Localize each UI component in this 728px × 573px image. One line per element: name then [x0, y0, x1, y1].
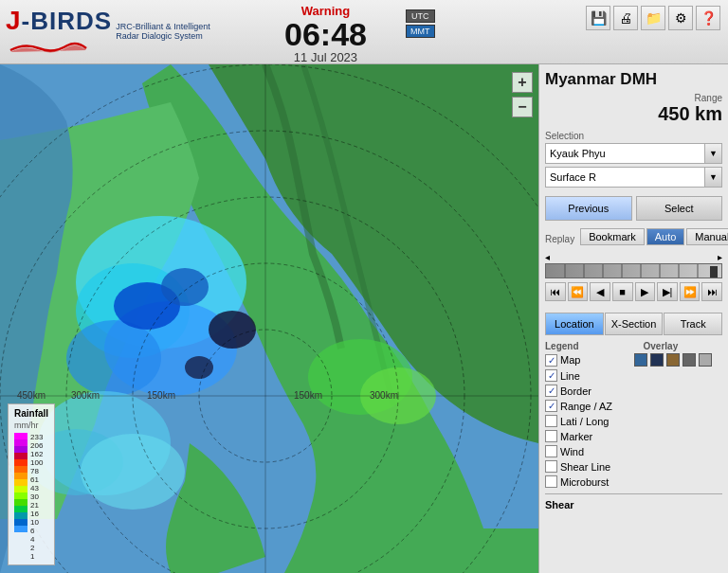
logo-subtitle-1: JRC-Brilliant & Intelligent [116, 22, 210, 31]
zoom-out-button[interactable]: − [512, 97, 533, 117]
svg-text:150km: 150km [147, 390, 175, 401]
play-button[interactable]: ▶ [635, 282, 656, 301]
print-button[interactable]: 🖨 [613, 6, 638, 30]
station-name: Myanmar DMH [545, 70, 722, 89]
rewind-all-button[interactable]: ⏮ [545, 282, 566, 301]
overlay-row-microburst: Microburst [545, 475, 722, 488]
utc-button[interactable]: UTC [406, 9, 435, 23]
da-tabs: Location X-Section Track [545, 313, 722, 335]
toolbar: 💾 🖨 📁 ⚙ ❓ [586, 6, 720, 30]
overlay-row-border: ✓ Border [545, 385, 722, 397]
swatch-map-5[interactable] [699, 353, 712, 367]
checkbox-lati-long[interactable] [545, 415, 557, 427]
selection-input-1[interactable] [545, 143, 705, 164]
overlay-col-header: Overlay [644, 341, 723, 351]
bookmark-button[interactable]: Bookmark [580, 228, 645, 245]
radar-rings-svg: 450km 300km 150km 150km 300km [0, 64, 538, 573]
overlay-section: Legend Overlay ✓ Map [545, 341, 722, 567]
logo-area: J-BIRDS JRC-Brilliant & Intelligent Rada… [6, 6, 271, 58]
selection-label: Selection [545, 131, 722, 141]
help-button[interactable]: ❓ [696, 6, 720, 30]
overlay-headers: Legend Overlay [545, 341, 722, 351]
step-fwd-button[interactable]: ▶| [657, 282, 678, 301]
checkbox-line[interactable]: ✓ [545, 369, 557, 382]
overlay-row-marker: Marker [545, 430, 722, 442]
label-border: Border [560, 385, 592, 397]
playback-controls: ⏮ ⏪ ◀ ■ ▶ ▶| ⏩ ⏭ [545, 282, 722, 301]
previous-button[interactable]: Previous [545, 196, 632, 221]
legend-area: Rainfall mm/hr [8, 403, 55, 565]
label-wind: Wind [560, 446, 584, 457]
data-assistance: Location X-Section Track [545, 313, 722, 335]
replay-label: Replay [545, 234, 574, 244]
selection-input-2[interactable] [545, 167, 705, 188]
auto-button[interactable]: Auto [646, 228, 685, 245]
time-display: 06:48 [284, 18, 367, 50]
fwd-all-button[interactable]: ⏭ [701, 282, 722, 301]
overlay-row-range-az: ✓ Range / AZ [545, 400, 722, 412]
folder-button[interactable]: 📁 [641, 6, 665, 30]
range-label: Range [695, 93, 722, 103]
timeline-ticks [546, 264, 722, 278]
logo-bird-icon [6, 41, 91, 58]
overlay-row-lati-long: Lati / Long [545, 415, 722, 427]
replay-buttons: Bookmark Auto Manual [580, 228, 728, 245]
tab-x-section[interactable]: X-Section [605, 313, 664, 335]
nav-buttons: Previous Select [545, 196, 722, 221]
replay-section: Replay Bookmark Auto Manual ◂ ▸ [545, 228, 722, 307]
checkbox-border[interactable]: ✓ [545, 385, 557, 397]
rewind-button[interactable]: ⏪ [568, 282, 589, 301]
legend-values: 233 206 162 100 78 61 43 30 21 16 10 6 4… [27, 433, 43, 561]
overlay-row-shear-line: Shear Line [545, 460, 722, 473]
checkbox-range-az[interactable]: ✓ [545, 400, 557, 412]
fast-fwd-button[interactable]: ⏩ [680, 282, 701, 301]
label-marker: Marker [560, 431, 592, 442]
legend-bars: 233 206 162 100 78 61 43 30 21 16 10 6 4… [14, 433, 48, 561]
zoom-in-button[interactable]: + [512, 72, 533, 93]
swatch-map-3[interactable] [666, 353, 680, 367]
mmt-button[interactable]: MMT [406, 25, 435, 38]
settings-button[interactable]: ⚙ [668, 6, 693, 30]
svg-text:450km: 450km [17, 390, 46, 401]
stop-button[interactable]: ■ [612, 282, 633, 301]
time-area: Warning 06:48 11 Jul 2023 [284, 4, 367, 64]
selection-dropdown-2[interactable]: ▼ [705, 167, 722, 188]
label-line: Line [560, 370, 580, 382]
overlay-row-wind: Wind [545, 445, 722, 457]
app-logo-title: J-BIRDS [6, 6, 112, 36]
label-lati-long: Lati / Long [560, 416, 609, 427]
utc-mmt-area: UTC MMT [406, 9, 435, 40]
color-bar [14, 433, 27, 561]
checkbox-shear-line[interactable] [545, 460, 557, 473]
manual-button[interactable]: Manual [686, 228, 728, 245]
checkbox-wind[interactable] [545, 445, 557, 457]
label-map: Map [560, 354, 580, 366]
overlay-row-map: ✓ Map [545, 353, 722, 367]
selection-group: Selection ▼ ▼ [545, 131, 722, 190]
legend-title: Rainfall [14, 408, 48, 419]
selection-dropdown-1[interactable]: ▼ [705, 143, 722, 164]
swatch-map-4[interactable] [682, 353, 696, 367]
step-back-button[interactable]: ◀ [590, 282, 610, 301]
legend-unit: mm/hr [14, 421, 48, 430]
save-button[interactable]: 💾 [586, 6, 610, 30]
tab-location[interactable]: Location [545, 313, 604, 335]
label-microburst: Microburst [560, 476, 609, 488]
select-button[interactable]: Select [636, 196, 723, 221]
logo-subtitle-2: Radar Dialogic System [116, 31, 210, 41]
svg-text:300km: 300km [71, 390, 100, 401]
timeline-arrow-left: ◂ [545, 252, 550, 262]
header: J-BIRDS JRC-Brilliant & Intelligent Rada… [0, 0, 728, 64]
map-area[interactable]: 450km 300km 150km 150km 300km + − Rainfa… [0, 64, 538, 573]
timeline[interactable] [545, 263, 722, 278]
swatch-map-1[interactable] [634, 353, 647, 367]
label-range-az: Range / AZ [560, 401, 612, 412]
checkbox-map[interactable]: ✓ [545, 354, 557, 367]
svg-text:300km: 300km [370, 390, 398, 401]
swatch-map-2[interactable] [650, 353, 664, 367]
overlay-row-line: ✓ Line [545, 369, 722, 382]
selection-row-1: ▼ [545, 143, 722, 164]
tab-track[interactable]: Track [664, 313, 722, 335]
checkbox-microburst[interactable] [545, 475, 557, 488]
checkbox-marker[interactable] [545, 430, 557, 442]
